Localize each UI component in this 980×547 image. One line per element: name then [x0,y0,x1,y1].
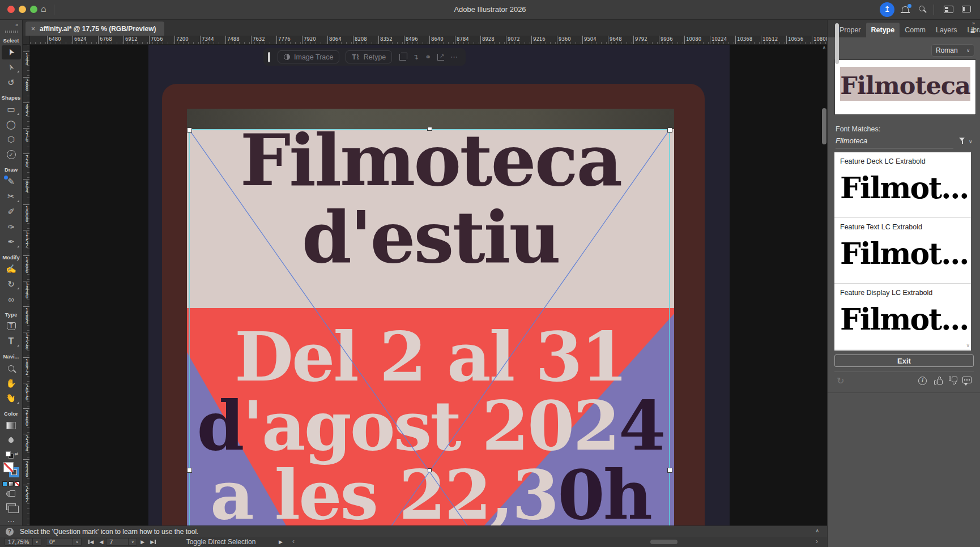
reset-icon[interactable]: ↺ [837,375,844,386]
color-swatch-blue[interactable] [2,481,7,486]
font-list-scrollbar-thumb[interactable] [835,23,839,64]
previous-artboard-button[interactable]: ◀ [99,539,103,545]
ruler-origin-corner[interactable] [23,36,30,45]
pen-tool[interactable]: ✒ [2,235,21,249]
image-trace-button[interactable]: Image Trace [278,50,339,63]
selection-tool[interactable]: ➤ [2,45,21,59]
tab-retype[interactable]: Retype [866,23,900,37]
more-tools-icon[interactable]: ⋯ [7,517,15,525]
panel-footer-divider [834,371,974,372]
filter-chevron-icon[interactable]: ∨ [969,139,973,144]
tab-comments[interactable]: Comm [900,23,931,37]
thumbs-up-icon[interactable] [934,377,943,384]
placed-image-photo[interactable]: Filmoteca d'estiu Del 2 al 31 d'agost 20… [148,45,730,525]
link-icon[interactable]: ⚭ [425,53,431,61]
canvas-vertical-scrollbar-thumb[interactable] [822,108,826,144]
zoom-tool[interactable] [2,361,21,375]
info-icon[interactable]: i [918,377,927,385]
workspace-switcher-icon[interactable] [944,6,953,13]
tab-layers[interactable]: Layers [931,23,962,37]
rotate-tool[interactable]: ↻ [2,277,21,291]
exit-button[interactable]: Exit [834,354,974,367]
paintbrush-tool[interactable]: ✐ [2,205,21,219]
artboard-dropdown-chevron[interactable]: ∨ [129,538,137,546]
font-list-scroll-down-chevron[interactable]: ∨ [966,343,970,348]
poster-artwork[interactable]: Filmoteca d'estiu Del 2 al 31 d'agost 20… [187,109,674,525]
retype-button[interactable]: T⌇ Retype [346,50,392,63]
scissors-tool[interactable]: ✂ [2,190,21,204]
rotation-dropdown-chevron[interactable]: ∨ [73,538,82,546]
hint-expand-chevron[interactable]: ▶ [279,539,283,545]
thumbs-down-icon[interactable] [949,377,958,384]
vertical-ruler[interactable]: 1442884325767208641008115212961440158417… [23,45,30,525]
font-matches-list[interactable]: Feature Deck LC Extrabold Filmot... Feat… [834,152,971,351]
touch-type-tool[interactable]: T [2,319,21,334]
tools-panel-grip[interactable] [5,31,18,33]
eyedropper-tool[interactable] [2,433,21,447]
question-mark-icon[interactable]: ? [6,528,14,536]
panel-layout-icon[interactable] [962,6,971,12]
ruler-number: 6912 [123,36,149,44]
fill-swatch-none[interactable] [3,462,14,472]
search-icon[interactable] [919,6,924,11]
canvas[interactable]: Filmoteca d'estiu Del 2 al 31 d'agost 20… [30,45,827,525]
share-button[interactable]: ↥ [880,2,894,17]
pencil-tool[interactable]: ✎ [2,174,21,189]
status-bar-collapse-chevron[interactable]: ∧ [815,528,819,533]
hand-tool[interactable]: ✋ [2,376,21,390]
style-dropdown[interactable]: Roman ∨ [931,44,974,57]
font-match-item[interactable]: Feature Text LC Extrabold Filmot... [834,218,971,284]
panel-collapse-chevrons[interactable]: » [972,20,975,26]
fill-stroke-control[interactable] [3,461,20,478]
more-options-icon[interactable]: ⋯ [450,53,458,61]
rectangle-tool[interactable]: ▭ [2,102,21,117]
feedback-comment-icon[interactable] [962,377,972,383]
font-match-item[interactable]: Feature Deck LC Extrabold Filmot... [834,152,971,218]
type-tool[interactable]: T [2,334,21,348]
poster-title-line2: d'estiu [302,202,559,273]
embed-image-icon[interactable]: ↴ [412,53,419,61]
reshape-tool[interactable]: ✍ [2,262,21,276]
fill-mini-swatch[interactable] [6,451,11,456]
transform-shapes-tool[interactable]: ∞ [2,292,21,306]
task-bar-drag-handle[interactable] [268,52,270,62]
fill-stroke-mini-swatches[interactable]: ⇄ [5,451,18,459]
open-original-icon[interactable]: ↗ [437,54,444,61]
swap-fill-stroke-icon[interactable]: ⇄ [15,451,19,456]
next-artboard-button[interactable]: ▶ [140,539,144,545]
crop-icon[interactable] [399,54,406,61]
horizontal-scrollbar-thumb[interactable] [650,540,678,544]
panel-menu-icon[interactable]: ≡ [970,27,975,36]
shaper-tool[interactable]: ✓ [2,148,21,162]
first-artboard-button[interactable]: ◀ [88,539,93,545]
contextual-task-bar[interactable]: Image Trace T⌇ Retype ↴ ⚭ ↗ ⋯ [263,48,466,66]
drawing-modes-icon[interactable] [6,490,16,498]
color-swatch-none[interactable] [15,481,20,486]
gradient-tool[interactable] [2,418,21,433]
zoom-dropdown-chevron[interactable]: ∨ [33,538,41,546]
scroll-left-chevron[interactable]: ‹ [292,537,295,545]
filter-funnel-icon[interactable] [959,138,966,144]
zoom-level-field[interactable]: 17,75% [5,538,33,546]
last-artboard-button[interactable]: ▶ [150,539,155,545]
font-match-item[interactable]: Feature Display LC Extrabold Filmot... [834,284,971,349]
artboard-number-field[interactable]: 7 [106,538,129,546]
rotate-view-tool[interactable]: ✋ [2,391,21,405]
lasso-tool[interactable]: ↺ [2,75,21,89]
ellipse-tool[interactable]: ◯ [2,118,21,132]
horizontal-ruler[interactable]: 6480662467686912705672007344748876327776… [30,36,827,45]
font-search-input[interactable]: Filmoteca [836,136,953,148]
canvas-scroll-up-chevron[interactable]: ∧ [822,45,826,50]
close-tab-icon[interactable]: × [31,25,35,33]
scroll-right-chevron[interactable]: › [816,537,818,545]
document-tab[interactable]: × affinity.ai* @ 17,75 % (RGB/Preview) [25,22,164,36]
tools-panel-expand-chevrons[interactable]: » [15,22,19,28]
tab-properties[interactable]: Proper [834,23,866,37]
artboard-tool[interactable] [6,503,16,510]
polygon-tool[interactable]: ⬡ [2,133,21,147]
color-swatch-gradient[interactable] [8,481,14,486]
ruler-number: 8928 [480,36,506,44]
curvature-tool[interactable]: ✑ [2,220,21,234]
rotation-field[interactable]: 0° [46,538,73,546]
direct-selection-tool[interactable]: ➢ [2,61,21,75]
